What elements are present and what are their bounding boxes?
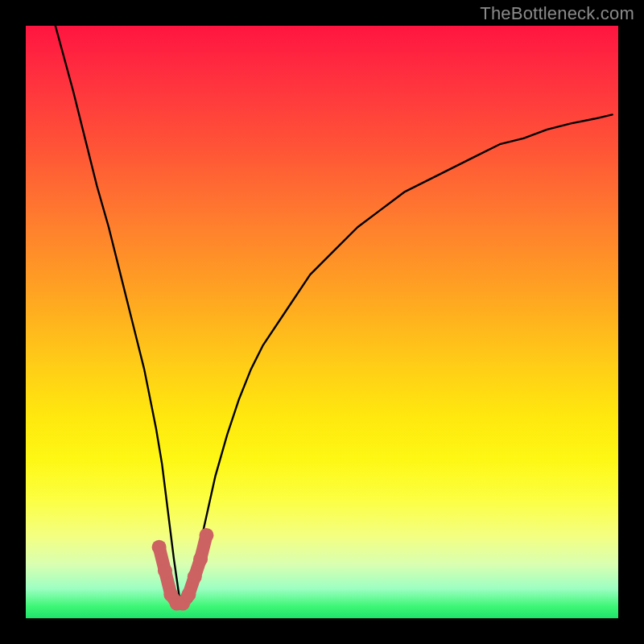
marker-dot xyxy=(188,569,202,584)
chart-svg xyxy=(26,26,618,618)
plot-area xyxy=(26,26,618,618)
marker-dot xyxy=(199,528,213,543)
marker-dot xyxy=(152,540,167,555)
marker-dot xyxy=(181,588,196,602)
marker-dot xyxy=(193,551,208,566)
chart-frame: TheBottleneck.com xyxy=(0,0,644,644)
marker-dot xyxy=(158,564,172,578)
watermark-text: TheBottleneck.com xyxy=(480,3,634,24)
bottleneck-curve xyxy=(56,26,613,606)
